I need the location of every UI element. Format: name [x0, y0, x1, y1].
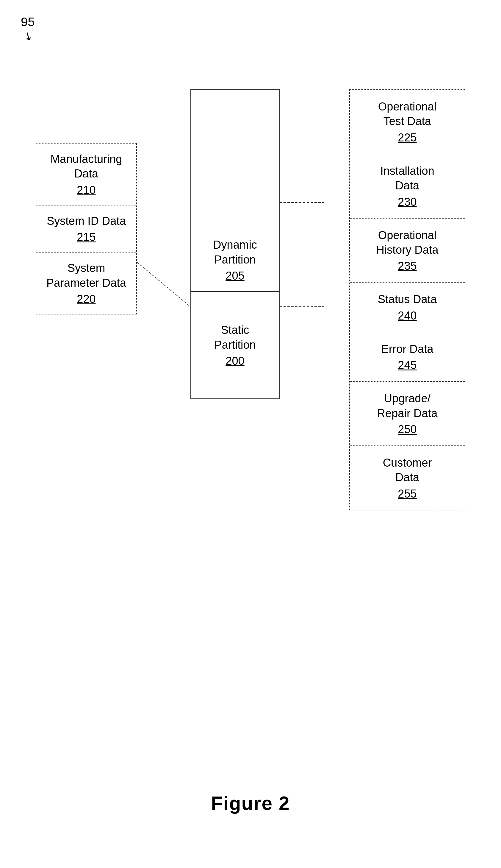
customer-data-title: CustomerData — [356, 456, 459, 485]
ref-arrow: ↘ — [21, 28, 35, 43]
operational-history-data-title: OperationalHistory Data — [356, 228, 459, 258]
svg-line-0 — [137, 262, 190, 307]
error-data-title: Error Data — [356, 342, 459, 356]
right-group: OperationalTest Data 225 InstallationDat… — [349, 89, 465, 510]
status-data-box: Status Data 240 — [350, 283, 465, 332]
figure-label: Figure 2 — [211, 792, 290, 814]
upgrade-repair-data-title: Upgrade/Repair Data — [356, 391, 459, 421]
manufacturing-data-number: 210 — [42, 184, 130, 197]
dynamic-partition-title: DynamicPartition — [213, 238, 257, 267]
operational-test-data-number: 225 — [356, 131, 459, 144]
upgrade-repair-data-box: Upgrade/Repair Data 250 — [350, 382, 465, 446]
system-parameter-data-number: 220 — [42, 293, 130, 305]
ref-number: 95 — [21, 15, 35, 29]
error-data-number: 245 — [356, 359, 459, 372]
system-id-data-title: System ID Data — [42, 214, 130, 228]
operational-history-data-number: 235 — [356, 260, 459, 272]
customer-data-number: 255 — [356, 488, 459, 500]
diagram-area: ManufacturingData 210 System ID Data 215… — [18, 60, 483, 774]
upgrade-repair-data-number: 250 — [356, 423, 459, 436]
manufacturing-data-title: ManufacturingData — [42, 152, 130, 181]
status-data-number: 240 — [356, 310, 459, 322]
static-partition-number: 200 — [225, 355, 244, 367]
status-data-title: Status Data — [356, 292, 459, 307]
customer-data-box: CustomerData 255 — [350, 446, 465, 510]
static-partition-box: StaticPartition 200 — [190, 292, 280, 399]
installation-data-box: InstallationData 230 — [350, 154, 465, 219]
system-parameter-data-title: SystemParameter Data — [42, 261, 130, 290]
operational-test-data-box: OperationalTest Data 225 — [350, 90, 465, 154]
error-data-box: Error Data 245 — [350, 332, 465, 382]
system-id-data-box: System ID Data 215 — [36, 206, 136, 252]
operational-test-data-title: OperationalTest Data — [356, 100, 459, 129]
operational-history-data-box: OperationalHistory Data 235 — [350, 219, 465, 283]
installation-data-title: InstallationData — [356, 164, 459, 193]
system-id-data-number: 215 — [42, 231, 130, 243]
installation-data-number: 230 — [356, 196, 459, 208]
dynamic-partition-box: DynamicPartition 205 — [190, 89, 280, 292]
manufacturing-data-box: ManufacturingData 210 — [36, 144, 136, 206]
dynamic-partition-number: 205 — [225, 270, 244, 282]
page-container: 95 ↘ ManufacturingData 210 System ID Dat… — [0, 0, 501, 868]
left-group: ManufacturingData 210 System ID Data 215… — [36, 143, 137, 314]
center-group: DynamicPartition 205 StaticPartition 200 — [190, 89, 280, 399]
system-parameter-data-box: SystemParameter Data 220 — [36, 252, 136, 314]
static-partition-title: StaticPartition — [214, 323, 256, 352]
